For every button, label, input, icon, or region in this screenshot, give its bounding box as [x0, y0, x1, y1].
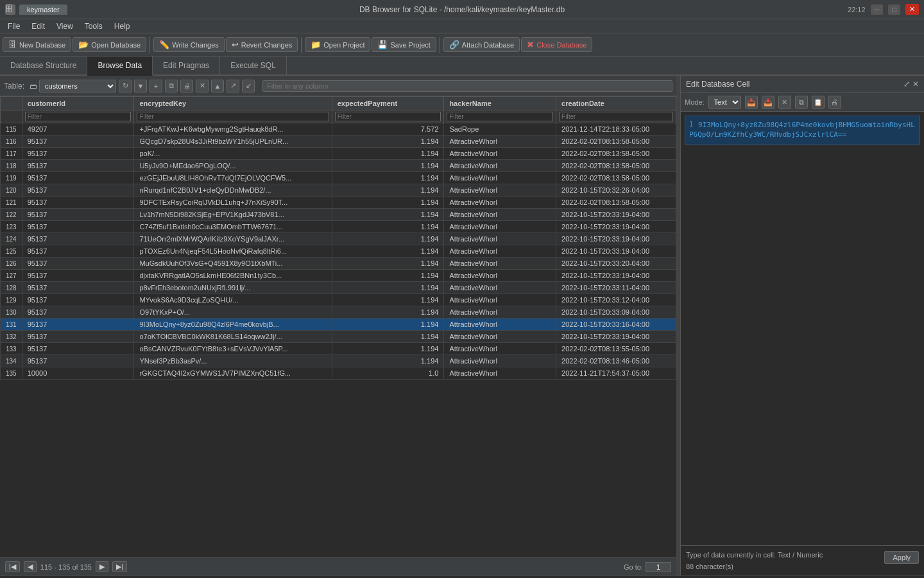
rp-copy-icon[interactable]: ⧉	[795, 96, 808, 109]
cell-encryptedKey: nRurqd1nfC2B0JV1+cleQyDDnMwDB2/...	[134, 184, 332, 197]
rp-import-icon[interactable]: 📥	[745, 96, 758, 109]
nav-prev-button[interactable]: ◀	[24, 561, 37, 572]
data-table-wrapper: customerId encryptedKey expectedPayment …	[0, 96, 676, 557]
table-area: Table: 🗃 customers ↻ ▼ + ⧉ 🖨 ✕ ▲ ↗ ↙	[0, 76, 676, 575]
right-panel-close-icon[interactable]: ✕	[912, 80, 919, 89]
table-row[interactable]: 128 95137 p8vFrEh3ebotom2uNUxjRfL991lj/.…	[1, 282, 676, 294]
table-row[interactable]: 127 95137 djxtaKVRRgatlAO5sLkmHE06f2BNn1…	[1, 270, 676, 282]
menu-view[interactable]: View	[51, 21, 78, 32]
add-row-button[interactable]: +	[150, 80, 162, 92]
new-database-button[interactable]: 🗄 New Database	[3, 37, 71, 52]
copy-row-button[interactable]: ⧉	[165, 80, 178, 92]
tab-execute-sql[interactable]: Execute SQL	[220, 57, 287, 74]
tab-edit-pragmas[interactable]: Edit Pragmas	[153, 57, 220, 74]
col-header-hackerName[interactable]: hackerName	[444, 97, 556, 110]
filter-button[interactable]: ▼	[134, 80, 147, 92]
goto-input[interactable]	[646, 562, 671, 572]
table-select[interactable]: customers	[39, 80, 116, 92]
revert-changes-button[interactable]: ↩ Revert Changes	[226, 37, 298, 52]
cell-creationDate: 2021-12-14T22:18:33-05:00	[556, 123, 676, 136]
move-up-button[interactable]: ▲	[211, 80, 224, 92]
filter-customerId[interactable]	[25, 112, 132, 121]
table-row[interactable]: 134 95137 YNsef3PzBb3asPv/... 1.194 Attr…	[1, 355, 676, 367]
table-row[interactable]: 135 10000 rGKGCTAQ4I2xGYMWS1JV7PIMZXnQC5…	[1, 367, 676, 380]
app-icon: 🗄	[5, 4, 15, 15]
rp-print-icon[interactable]: 🖨	[828, 96, 841, 109]
menu-help[interactable]: Help	[109, 21, 135, 32]
nav-next-button[interactable]: ▶	[96, 561, 108, 572]
table-row[interactable]: 115 49207 +JFrqATKwJ+K6wbgMywmg2SgtHauqk…	[1, 123, 676, 136]
export-button[interactable]: ↗	[227, 80, 239, 92]
tab-database-structure[interactable]: Database Structure	[0, 57, 87, 74]
table-row[interactable]: 132 95137 o7oKTOlCBVBC0kWK81K68LS14oqww2…	[1, 331, 676, 343]
cell-creationDate: 2022-02-02T08:13:58-05:00	[556, 197, 676, 209]
cell-value-display: 1 9I3MoLQny+8yz0Zu98Q4zl6P4me0kovbjBHMGS…	[685, 116, 920, 144]
filter-expectedPayment[interactable]	[335, 112, 441, 121]
apply-button[interactable]: Apply	[884, 551, 919, 564]
menu-edit[interactable]: Edit	[26, 21, 50, 32]
table-row[interactable]: 120 95137 nRurqd1nfC2B0JV1+cleQyDDnMwDB2…	[1, 184, 676, 197]
table-row[interactable]: 116 95137 GQcgD7skp28U4s3JiRt9bzWY1h55jU…	[1, 136, 676, 148]
rp-export-icon[interactable]: 📤	[762, 96, 774, 109]
rp-clear-icon[interactable]: ✕	[778, 96, 791, 109]
menu-file[interactable]: File	[3, 21, 25, 32]
open-database-button[interactable]: 📂 Open Database	[73, 37, 146, 52]
filter-hackerName[interactable]	[447, 112, 553, 121]
cell-expectedPayment: 1.194	[332, 306, 444, 319]
filter-creationDate[interactable]	[559, 112, 673, 121]
cell-creationDate: 2022-02-02T08:13:55-05:00	[556, 343, 676, 355]
cell-hackerName: AttractiveWhorl	[444, 355, 556, 367]
cell-hackerName: AttractiveWhorl	[444, 367, 556, 380]
title-tab[interactable]: keymaster	[19, 4, 67, 15]
attach-database-button[interactable]: 🔗 Attach Database	[443, 37, 520, 52]
table-row[interactable]: 123 95137 C74Zf5uf1Bxtlsh0cCuu3EMOmbTTW6…	[1, 221, 676, 233]
table-row[interactable]: 121 95137 9DFCTExRsyCoiRqlJVkDL1uhq+J7nX…	[1, 197, 676, 209]
col-header-creationDate[interactable]: creationDate	[556, 97, 676, 110]
minimize-btn[interactable]: ─	[871, 4, 884, 15]
row-number-indicator: 1	[689, 120, 693, 129]
window-title: DB Browser for SQLite - /home/kali/keyma…	[359, 5, 565, 14]
table-row[interactable]: 130 95137 O97tYKxP+O/... 1.194 Attractiv…	[1, 306, 676, 319]
refresh-button[interactable]: ↻	[119, 80, 132, 92]
row-num: 126	[1, 258, 22, 270]
table-row[interactable]: 125 95137 pTOXEz6Un4NjeqF54L5HooNvfQiRaf…	[1, 245, 676, 258]
menu-tools[interactable]: Tools	[80, 21, 108, 32]
title-bar: 🗄 keymaster DB Browser for SQLite - /hom…	[0, 0, 924, 19]
range-text: 115 - 135 of 135	[40, 563, 92, 571]
table-row[interactable]: 133 95137 oBsCANVZRvuK0FYtB8te3+sEVsVJVv…	[1, 343, 676, 355]
close-btn[interactable]: ✕	[905, 4, 919, 15]
table-row[interactable]: 117 95137 poK/... 1.194 AttractiveWhorl …	[1, 148, 676, 160]
table-row[interactable]: 126 95137 MuGsdkUuhOf3VsG+Q4591X8y9O1tXb…	[1, 258, 676, 270]
table-row[interactable]: 129 95137 MYvokS6Ac9D3cqLZoSQHU/... 1.19…	[1, 294, 676, 306]
nav-first-button[interactable]: |◀	[5, 561, 20, 572]
delete-row-button[interactable]: ✕	[196, 80, 209, 92]
filter-cell-customerId	[22, 110, 134, 123]
col-header-expectedPayment[interactable]: expectedPayment	[332, 97, 444, 110]
toolbar-separator-2	[301, 37, 302, 53]
filter-encryptedKey[interactable]	[137, 112, 329, 121]
table-row[interactable]: 119 95137 ezGEjJEbuU8LIH8OhRvT7dQf7EjOLV…	[1, 172, 676, 184]
print-button[interactable]: 🖨	[180, 80, 193, 92]
toolbar: 🗄 New Database 📂 Open Database ✏️ Write …	[0, 33, 924, 57]
right-panel-content: 1 9I3MoLQny+8yz0Zu98Q4zl6P4me0kovbjBHMGS…	[681, 112, 924, 545]
col-header-customerId[interactable]: customerId	[22, 97, 134, 110]
mode-select[interactable]: Text	[708, 96, 741, 109]
maximize-btn[interactable]: □	[888, 4, 900, 15]
open-project-button[interactable]: 📁 Open Project	[305, 37, 370, 52]
table-row[interactable]: 118 95137 U5yJv9O+MEdao6POgLOQ/... 1.194…	[1, 160, 676, 172]
save-project-button[interactable]: 💾 Save Project	[372, 37, 436, 52]
filter-input[interactable]	[262, 80, 672, 92]
write-changes-button[interactable]: ✏️ Write Changes	[153, 37, 225, 52]
rp-paste-icon[interactable]: 📋	[812, 96, 825, 109]
table-row[interactable]: 122 95137 Lv1h7mN5Di982KSjEg+EPV1KgdJ473…	[1, 209, 676, 221]
tab-browse-data[interactable]: Browse Data	[87, 57, 153, 76]
right-panel-expand-icon[interactable]: ⤢	[903, 80, 910, 89]
close-database-button[interactable]: ✖ Close Database	[521, 37, 592, 52]
table-row[interactable]: 131 95137 9I3MoLQny+8yz0Zu98Q4zl6P4me0ko…	[1, 319, 676, 331]
cell-customerId: 95137	[22, 355, 134, 367]
col-header-encryptedKey[interactable]: encryptedKey	[134, 97, 332, 110]
import-button[interactable]: ↙	[242, 80, 255, 92]
nav-last-button[interactable]: ▶|	[112, 561, 127, 572]
table-row[interactable]: 124 95137 71UeOrr2mlXMrWQArlKiIz9XoYSgV9…	[1, 233, 676, 245]
cell-customerId: 95137	[22, 197, 134, 209]
